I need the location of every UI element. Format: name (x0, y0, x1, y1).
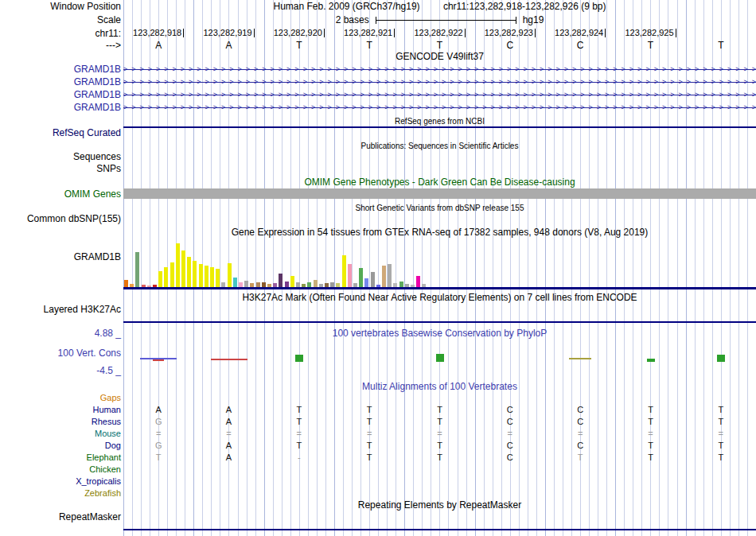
alignment-cell: C (502, 404, 518, 416)
alignment-cell: C (502, 452, 518, 464)
gtex-tissue-bar[interactable] (228, 263, 232, 287)
gene-transcript-row[interactable]: >>>>>>>>>>>>>>>>>>>>>>>>>>>>>>>>>>>>>>>>… (123, 64, 756, 76)
gtex-tissue-bar[interactable] (233, 278, 237, 287)
gtex-tissue-bar[interactable] (216, 269, 220, 287)
gtex-tissue-bar[interactable] (342, 255, 346, 287)
ruler-position-text: 123,282,921 (344, 28, 392, 37)
gtex-tissue-bar[interactable] (382, 266, 386, 287)
ruler-position-text: 123,282,924 (555, 28, 603, 37)
gtex-tissue-bar[interactable] (314, 280, 318, 287)
sequences-label: Sequences (0, 152, 121, 162)
gene-label[interactable]: GRAMD1B (0, 103, 121, 113)
gene-direction-arrows-icon: >>>>>>>>>>>>>>>>>>>>>>>>>>>>>>>>>>>>>>>>… (123, 89, 756, 101)
gencode-title: GENCODE V49lift37 (123, 52, 756, 62)
alignment-cell: = (713, 428, 729, 440)
alignment-cell: C (572, 416, 588, 428)
gtex-tissue-bar[interactable] (388, 264, 392, 287)
h3k27ac-label: Layered H3K27Ac (0, 305, 121, 315)
scale-row: 2 bases hg19 (123, 15, 756, 25)
gene-label[interactable]: GRAMD1B (0, 77, 121, 87)
gtex-tissue-bar[interactable] (371, 272, 375, 287)
alignment-cell: = (502, 428, 518, 440)
gtex-tissue-bar[interactable] (416, 276, 420, 287)
conservation-line (153, 359, 164, 361)
species-label-gaps: Gaps (0, 392, 121, 404)
scale-value: 2 bases (336, 15, 369, 25)
window-position-label: Window Position (0, 2, 121, 12)
gene-label[interactable]: GRAMD1B (0, 90, 121, 100)
gtex-tissue-bar[interactable] (187, 257, 191, 287)
repeatmasker-baseline (123, 529, 756, 530)
omim-gene-bar[interactable] (123, 188, 756, 199)
gtex-barchart[interactable] (0, 243, 756, 287)
refseq-gene-line[interactable] (123, 126, 756, 128)
gencode-track[interactable]: GRAMD1B>>>>>>>>>>>>>>>>>>>>>>>>>>>>>>>>>… (0, 64, 756, 115)
gtex-tissue-bar[interactable] (176, 243, 180, 287)
gtex-tissue-bar[interactable] (399, 282, 403, 287)
ruler-position-text: 123,282,918 (133, 28, 181, 37)
gtex-tissue-bar[interactable] (199, 264, 203, 287)
gene-transcript-row[interactable]: >>>>>>>>>>>>>>>>>>>>>>>>>>>>>>>>>>>>>>>>… (123, 102, 756, 114)
alignment-cell: T (713, 416, 729, 428)
alignment-cell: T (361, 440, 377, 452)
repeatmasker-label: RepeatMasker (0, 512, 121, 522)
alignment-cell: A (221, 416, 237, 428)
gtex-tissue-bar[interactable] (364, 278, 368, 287)
gtex-tissue-bar[interactable] (348, 264, 352, 287)
conservation-line (211, 359, 247, 360)
conservation-line (569, 358, 591, 359)
gtex-tissue-bar[interactable] (124, 280, 128, 287)
alignment-cell: T (713, 404, 729, 416)
alignment-cell: T (361, 452, 377, 464)
species-label-mouse: Mouse (0, 428, 121, 440)
omim-genes-label: OMIM Genes (0, 189, 121, 200)
alignment-cell: G (150, 416, 166, 428)
ruler-tick-icon (394, 29, 395, 37)
gene-label[interactable]: GRAMD1B (0, 64, 121, 75)
gene-direction-arrows-icon: >>>>>>>>>>>>>>>>>>>>>>>>>>>>>>>>>>>>>>>>… (123, 64, 756, 76)
gtex-tissue-bar[interactable] (205, 266, 208, 287)
h3k27ac-baseline (123, 321, 756, 323)
species-label-human: Human (0, 404, 121, 416)
refseq-curated-label: RefSeq Curated (0, 128, 121, 138)
multiz-track[interactable]: GapsHumanAATTTCCTTRhesusGATTTCCTTMouse==… (0, 392, 756, 500)
conservation-bar (647, 359, 655, 362)
gtex-tissue-bar[interactable] (290, 276, 294, 287)
alignment-cell: A (221, 452, 237, 464)
gene-transcript-row[interactable]: >>>>>>>>>>>>>>>>>>>>>>>>>>>>>>>>>>>>>>>>… (123, 76, 756, 88)
species-label-chicken: Chicken (0, 464, 121, 476)
alignment-cell: T (291, 440, 307, 452)
gtex-tissue-bar[interactable] (158, 271, 162, 287)
alignment-cell: = (221, 428, 237, 440)
ruler-row: 123,282,918123,282,919123,282,920123,282… (0, 28, 756, 39)
alignment-cell: = (150, 428, 166, 440)
scale-label: Scale (0, 15, 121, 25)
conservation-track[interactable] (0, 340, 756, 367)
ruler-position-text: 123,282,925 (625, 28, 673, 37)
refseq-title: RefSeq genes from NCBI (123, 116, 756, 126)
gtex-tissue-bar[interactable] (285, 282, 289, 287)
alignment-cell: A (221, 440, 237, 452)
gtex-tissue-bar[interactable] (359, 268, 363, 287)
gtex-tissue-bar[interactable] (193, 261, 197, 287)
gene-transcript-row[interactable]: >>>>>>>>>>>>>>>>>>>>>>>>>>>>>>>>>>>>>>>>… (123, 89, 756, 101)
alignment-cell: T (432, 440, 448, 452)
species-label-rhesus: Rhesus (0, 416, 121, 428)
alignment-cell: - (291, 452, 307, 464)
alignment-cell: T (713, 440, 729, 452)
gtex-tissue-bar[interactable] (210, 267, 214, 287)
gtex-tissue-bar[interactable] (164, 267, 168, 287)
gene-direction-arrows-icon: >>>>>>>>>>>>>>>>>>>>>>>>>>>>>>>>>>>>>>>>… (123, 76, 756, 88)
gtex-tissue-bar[interactable] (279, 274, 283, 287)
gtex-tissue-bar[interactable] (135, 252, 139, 287)
alignment-cell: G (150, 440, 166, 452)
gtex-tissue-bar[interactable] (170, 262, 174, 287)
species-label-dog: Dog (0, 440, 121, 452)
ruler-position-label: 123,282,922 (404, 28, 476, 38)
gtex-tissue-bar[interactable] (181, 251, 185, 287)
alignment-cell: T (291, 416, 307, 428)
gtex-tissue-bar[interactable] (244, 281, 248, 287)
snps-label: SNPs (0, 164, 121, 174)
alignment-cell: T (572, 452, 588, 464)
ruler-position-text: 123,282,923 (485, 28, 533, 37)
